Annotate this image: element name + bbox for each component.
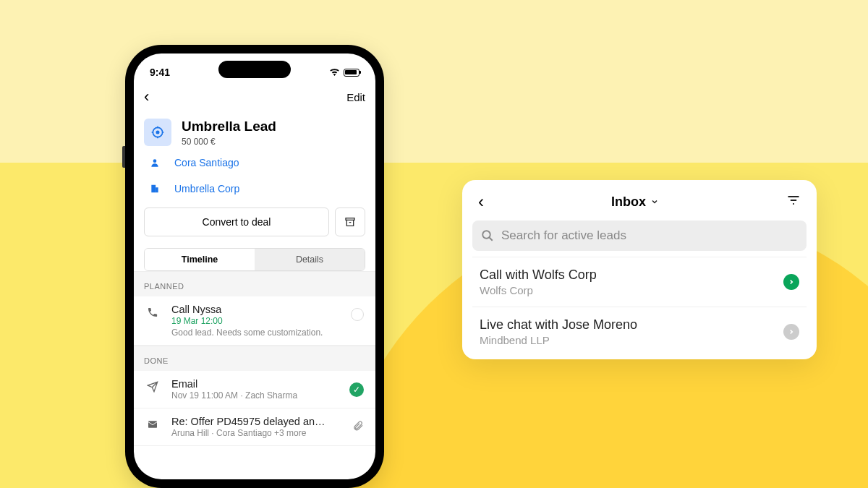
status-indicator-gray xyxy=(783,324,799,340)
search-icon xyxy=(481,229,494,242)
section-planned: PLANNED xyxy=(134,271,375,296)
search-input[interactable]: Search for active leads xyxy=(472,221,807,251)
done-thread-item[interactable]: Re: Offer PD45975 delayed an… Aruna Hill… xyxy=(134,408,375,446)
inbox-title: Inbox xyxy=(611,194,646,210)
back-button[interactable]: ‹ xyxy=(144,87,149,106)
building-icon xyxy=(148,184,161,194)
phone-call-icon xyxy=(145,304,160,318)
planned-time: 19 Mar 12:00 xyxy=(171,316,339,326)
chevron-down-icon xyxy=(650,197,659,206)
check-icon: ✓ xyxy=(349,382,364,397)
search-placeholder: Search for active leads xyxy=(501,228,626,243)
done-email-title: Email xyxy=(171,378,338,390)
status-time: 9:41 xyxy=(150,67,170,78)
svg-point-7 xyxy=(482,231,490,239)
status-indicators xyxy=(329,68,359,77)
svg-rect-5 xyxy=(346,218,354,220)
mail-icon xyxy=(145,416,160,430)
person-row[interactable]: Cora Santiago xyxy=(134,150,375,176)
tab-details[interactable]: Details xyxy=(255,249,365,270)
chevron-right-icon xyxy=(788,328,795,335)
filter-button[interactable] xyxy=(786,193,801,210)
archive-button[interactable] xyxy=(335,207,365,236)
list-item-title: Live chat with Jose Moreno xyxy=(480,317,783,333)
list-item-sub: Mindbend LLP xyxy=(480,334,783,346)
inbox-card: ‹ Inbox Search for active leads Call wit… xyxy=(462,180,817,359)
done-email-status: ✓ xyxy=(349,378,364,397)
done-email-item[interactable]: Email Nov 19 11:00 AM · Zach Sharma ✓ xyxy=(134,371,375,408)
attachment-icon xyxy=(352,416,364,434)
send-icon xyxy=(145,378,160,393)
section-done: DONE xyxy=(134,346,375,371)
convert-button[interactable]: Convert to deal xyxy=(144,207,329,236)
person-icon xyxy=(148,158,161,168)
lead-header: Umbrella Lead 50 000 € xyxy=(134,111,375,150)
org-link[interactable]: Umbrella Corp xyxy=(174,183,239,194)
org-row[interactable]: Umbrella Corp xyxy=(134,176,375,202)
planned-note: Good lead. Needs some customization. xyxy=(171,328,339,338)
card-back-button[interactable]: ‹ xyxy=(478,192,484,212)
phone-screen: 9:41 ‹ Edit Umbrella Lead 50 000 € Cora … xyxy=(134,53,375,479)
svg-rect-3 xyxy=(151,185,156,193)
planned-title: Call Nyssa xyxy=(171,304,339,315)
inbox-dropdown[interactable]: Inbox xyxy=(611,194,659,210)
lead-title: Umbrella Lead xyxy=(182,119,276,135)
list-item[interactable]: Live chat with Jose Moreno Mindbend LLP xyxy=(472,307,807,356)
card-header: ‹ Inbox xyxy=(472,192,807,221)
archive-icon xyxy=(344,216,356,228)
planned-item[interactable]: Call Nyssa 19 Mar 12:00 Good lead. Needs… xyxy=(134,296,375,346)
done-thread-title: Re: Offer PD45975 delayed an… xyxy=(171,416,341,427)
chevron-right-icon xyxy=(788,278,795,286)
wifi-icon xyxy=(329,68,340,77)
lead-icon xyxy=(144,119,171,146)
svg-point-1 xyxy=(156,131,158,133)
done-email-meta: Nov 19 11:00 AM · Zach Sharma xyxy=(171,390,338,401)
edit-button[interactable]: Edit xyxy=(346,91,365,103)
list-item-sub: Wolfs Corp xyxy=(480,284,783,296)
list-item[interactable]: Call with Wolfs Corp Wolfs Corp xyxy=(472,257,807,307)
svg-point-2 xyxy=(153,159,157,163)
unchecked-icon xyxy=(351,308,364,321)
phone-frame: 9:41 ‹ Edit Umbrella Lead 50 000 € Cora … xyxy=(125,45,384,488)
done-thread-meta: Aruna Hill · Cora Santiago +3 more xyxy=(171,428,341,438)
lead-amount: 50 000 € xyxy=(182,137,276,147)
list-item-title: Call with Wolfs Corp xyxy=(480,267,783,283)
svg-rect-4 xyxy=(156,187,158,192)
filter-icon xyxy=(786,193,801,207)
tabs: Timeline Details xyxy=(144,248,365,271)
svg-rect-6 xyxy=(148,421,157,427)
status-indicator-green xyxy=(783,274,799,290)
nav-bar: ‹ Edit xyxy=(134,82,375,111)
tab-timeline[interactable]: Timeline xyxy=(145,249,255,270)
phone-notch xyxy=(218,61,291,78)
planned-status[interactable] xyxy=(351,304,364,321)
person-link[interactable]: Cora Santiago xyxy=(174,157,239,168)
battery-icon xyxy=(344,69,359,77)
action-buttons: Convert to deal xyxy=(134,202,375,244)
